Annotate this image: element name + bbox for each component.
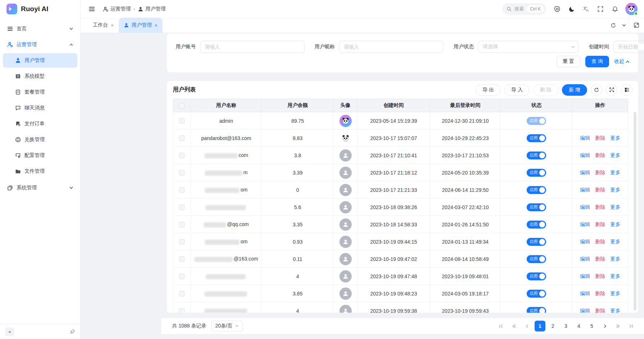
row-checkbox[interactable] <box>179 187 185 193</box>
import-button[interactable]: 导 入 <box>504 84 530 96</box>
chevron-down-icon[interactable] <box>619 18 629 33</box>
first-page-button[interactable] <box>496 321 506 331</box>
user-nickname-input[interactable] <box>339 41 443 53</box>
user-account-input[interactable] <box>200 41 305 53</box>
sidebar-item-user-management[interactable]: 用户管理 <box>3 53 77 68</box>
edit-link[interactable]: 编辑 <box>580 152 590 158</box>
status-toggle[interactable]: 启用 <box>527 255 546 263</box>
prev-page-button[interactable] <box>522 321 532 331</box>
dark-mode-moon-icon[interactable] <box>566 3 578 15</box>
sidebar-item-chat-messages[interactable]: 聊天消息 <box>3 101 77 115</box>
delete-link[interactable]: 删除 <box>595 290 605 296</box>
sidebar-item-payment-orders[interactable]: 支付订单 <box>3 117 77 131</box>
hamburger-menu-icon[interactable] <box>86 3 98 15</box>
delete-link[interactable]: 删除 <box>595 221 605 227</box>
page-size-select[interactable]: 20条/页 <box>211 321 243 331</box>
status-toggle[interactable]: 启用 <box>527 221 546 229</box>
edit-link[interactable]: 编辑 <box>580 256 590 262</box>
edit-link[interactable]: 编辑 <box>580 221 590 227</box>
more-link[interactable]: 更多 <box>610 187 620 193</box>
more-link[interactable]: 更多 <box>610 170 620 175</box>
content-fullscreen-icon[interactable] <box>629 18 644 33</box>
edit-link[interactable]: 编辑 <box>580 273 590 279</box>
edit-link[interactable]: 编辑 <box>580 308 590 313</box>
notifications-bell-icon[interactable] <box>609 3 621 15</box>
row-checkbox[interactable] <box>179 153 185 158</box>
delete-link[interactable]: 删除 <box>595 256 605 262</box>
status-toggle[interactable]: 启用 <box>527 169 546 177</box>
row-checkbox[interactable] <box>179 274 185 279</box>
language-translate-icon[interactable]: 文A <box>580 3 592 15</box>
edit-link[interactable]: 编辑 <box>580 290 590 296</box>
more-link[interactable]: 更多 <box>610 273 620 279</box>
more-link[interactable]: 更多 <box>610 135 620 141</box>
page-button-4[interactable]: 4 <box>573 321 584 331</box>
start-date-input[interactable] <box>618 44 644 50</box>
delete-link[interactable]: 删除 <box>595 273 605 279</box>
sidebar-item-config-management[interactable]: 配置管理 <box>3 148 77 163</box>
row-checkbox[interactable] <box>179 204 185 210</box>
page-button-2[interactable]: 2 <box>548 321 558 331</box>
status-toggle[interactable]: 启用 <box>527 307 546 313</box>
table-fullscreen-icon[interactable] <box>606 84 617 96</box>
add-button[interactable]: 新 增 <box>562 84 587 96</box>
status-toggle[interactable]: 启用 <box>527 203 546 211</box>
user-status-select[interactable]: 请选择 <box>478 41 579 53</box>
status-toggle[interactable]: 启用 <box>527 134 546 142</box>
date-range-picker[interactable] <box>613 41 644 53</box>
row-checkbox[interactable] <box>179 308 185 313</box>
page-button-1[interactable]: 1 <box>535 321 545 331</box>
export-button[interactable]: 导 出 <box>476 84 501 96</box>
sidebar-collapse-button[interactable]: « <box>5 327 14 336</box>
delete-link[interactable]: 删除 <box>595 187 605 193</box>
row-checkbox[interactable] <box>179 118 185 124</box>
close-icon[interactable]: × <box>155 23 158 28</box>
more-link[interactable]: 更多 <box>610 204 620 210</box>
more-link[interactable]: 更多 <box>610 152 620 158</box>
status-toggle[interactable]: 启用 <box>527 117 546 125</box>
sidebar-item-operations[interactable]: 运营管理 <box>3 37 77 52</box>
breadcrumb-user-management[interactable]: 用户管理 <box>138 6 166 12</box>
search-button[interactable]: 查 询 <box>585 56 609 67</box>
page-button-5[interactable]: 5 <box>586 321 597 331</box>
reset-button[interactable]: 重 置 <box>557 56 580 67</box>
edit-link[interactable]: 编辑 <box>580 239 590 244</box>
status-toggle[interactable]: 启用 <box>527 290 546 298</box>
delete-link[interactable]: 删除 <box>595 170 605 175</box>
more-link[interactable]: 更多 <box>610 308 620 313</box>
delete-link[interactable]: 删除 <box>595 152 605 158</box>
close-icon[interactable]: × <box>111 23 114 28</box>
sidebar-item-plan-management[interactable]: 套餐管理 <box>3 85 77 99</box>
edit-link[interactable]: 编辑 <box>580 204 590 210</box>
status-toggle[interactable]: 启用 <box>527 186 546 194</box>
row-checkbox[interactable] <box>179 291 185 297</box>
pin-icon[interactable] <box>70 329 75 334</box>
delete-link[interactable]: 删除 <box>595 239 605 244</box>
more-link[interactable]: 更多 <box>610 221 620 227</box>
row-checkbox[interactable] <box>179 170 185 176</box>
status-toggle[interactable]: 启用 <box>527 152 546 159</box>
settings-gear-icon[interactable] <box>551 3 563 15</box>
row-checkbox[interactable] <box>179 135 185 141</box>
select-all-checkbox[interactable] <box>179 103 185 109</box>
more-link[interactable]: 更多 <box>610 290 620 296</box>
row-checkbox[interactable] <box>179 256 185 262</box>
edit-link[interactable]: 编辑 <box>580 170 590 175</box>
next-page-button[interactable] <box>599 321 610 331</box>
table-scrollbar[interactable] <box>634 112 636 311</box>
edit-link[interactable]: 编辑 <box>580 187 590 193</box>
status-toggle[interactable]: 启用 <box>527 272 546 280</box>
row-checkbox[interactable] <box>179 239 185 245</box>
global-search[interactable]: 搜索 Ctrl K <box>502 3 546 15</box>
delete-link[interactable]: 删除 <box>595 204 605 210</box>
delete-link[interactable]: 删除 <box>595 135 605 141</box>
row-checkbox[interactable] <box>179 222 185 227</box>
collapse-filter-link[interactable]: 收起 <box>614 58 630 65</box>
delete-button[interactable]: 删 除 <box>533 84 558 96</box>
more-link[interactable]: 更多 <box>610 256 620 262</box>
refresh-icon[interactable] <box>591 84 602 96</box>
sidebar-item-system-management[interactable]: 系统管理 <box>3 181 77 195</box>
sidebar-item-home[interactable]: 首页 <box>3 22 77 36</box>
sidebar-item-system-models[interactable]: 系统模型 <box>3 69 77 83</box>
refresh-icon[interactable] <box>607 18 619 33</box>
